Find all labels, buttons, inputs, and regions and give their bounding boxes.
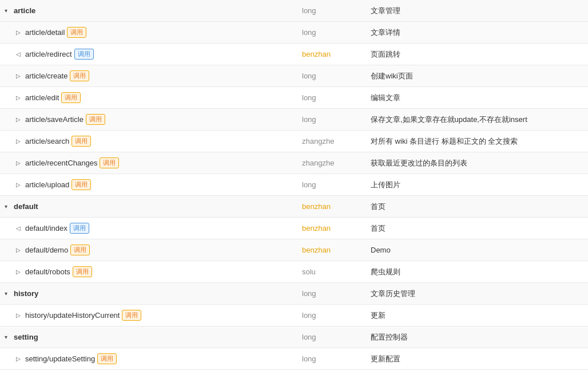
table-row[interactable]: ▷history/updateHistoryCurrent调用long更新: [0, 305, 588, 326]
route-type: long: [302, 6, 371, 15]
route-name: default/demo: [25, 246, 68, 254]
route-type: benzhan: [302, 246, 371, 254]
route-type: solu: [302, 267, 371, 276]
route-desc: 文章管理: [371, 6, 583, 16]
badge[interactable]: 调用: [67, 27, 86, 38]
badge[interactable]: 调用: [74, 49, 94, 60]
route-desc: 首页: [371, 223, 583, 234]
route-table: ▾articlelong文章管理▷article/detail调用long文章详…: [0, 0, 588, 370]
toggle-icon[interactable]: ▷: [16, 94, 23, 101]
toggle-icon[interactable]: ▷: [16, 116, 23, 123]
toggle-icon[interactable]: ▷: [16, 73, 23, 79]
route-type: long: [302, 311, 371, 320]
route-name: article: [14, 6, 35, 15]
toggle-icon[interactable]: ▾: [5, 203, 11, 210]
table-row[interactable]: ▷article/detail调用long文章详情: [0, 22, 588, 44]
badge[interactable]: 调用: [61, 92, 81, 103]
route-name: article/detail: [25, 28, 65, 37]
table-row[interactable]: ◁article/redirect调用benzhan页面跳转: [0, 44, 588, 65]
toggle-icon[interactable]: ▷: [16, 182, 23, 188]
badge[interactable]: 调用: [97, 353, 117, 364]
route-desc: 编辑文章: [371, 93, 583, 103]
table-row[interactable]: ▾articlelong文章管理: [0, 0, 588, 22]
route-name: article/edit: [25, 93, 59, 102]
route-type: long: [302, 115, 371, 124]
badge[interactable]: 调用: [70, 245, 90, 255]
toggle-icon[interactable]: ▷: [16, 29, 23, 36]
table-row[interactable]: ▾historylong文章历史管理: [0, 283, 588, 305]
badge[interactable]: 调用: [70, 70, 89, 81]
table-row[interactable]: ▷article/create调用long创建wiki页面: [0, 65, 588, 87]
toggle-icon[interactable]: ▷: [16, 269, 23, 275]
route-name: article/create: [25, 72, 67, 80]
toggle-icon[interactable]: ▾: [5, 290, 11, 297]
route-desc: 页面跳转: [371, 49, 583, 60]
route-type: benzhan: [302, 202, 371, 211]
badge[interactable]: 调用: [71, 179, 91, 190]
route-type: long: [302, 93, 371, 102]
toggle-icon[interactable]: ▾: [5, 7, 11, 14]
route-type: zhangzhe: [302, 137, 371, 145]
route-name: setting/updateSetting: [25, 354, 95, 363]
route-desc: 获取最近更改过的条目的列表: [371, 158, 583, 168]
route-desc: 创建wiki页面: [371, 71, 583, 81]
toggle-icon[interactable]: ▾: [5, 334, 11, 340]
route-type: long: [302, 289, 371, 298]
route-type: long: [302, 72, 371, 80]
badge[interactable]: 调用: [73, 266, 92, 277]
route-name: default/index: [25, 224, 67, 233]
table-row[interactable]: ▷article/edit调用long编辑文章: [0, 87, 588, 109]
route-desc: 文章历史管理: [371, 289, 583, 299]
toggle-icon[interactable]: ▷: [16, 312, 23, 318]
table-row[interactable]: ▷article/search调用zhangzhe对所有 wiki 条目进行 标…: [0, 131, 588, 152]
toggle-icon[interactable]: ◁: [16, 51, 23, 57]
badge[interactable]: 调用: [100, 157, 119, 168]
route-type: long: [302, 28, 371, 37]
route-desc: Demo: [371, 246, 583, 254]
route-type: long: [302, 180, 371, 189]
route-desc: 保存文章,如果文章存在就update,不存在就insert: [371, 115, 583, 125]
route-name: setting: [14, 333, 38, 341]
route-name: article/recentChanges: [25, 159, 97, 167]
badge[interactable]: 调用: [86, 114, 105, 125]
route-type: benzhan: [302, 50, 371, 58]
badge[interactable]: 调用: [71, 136, 91, 147]
route-desc: 对所有 wiki 条目进行 标题和正文的 全文搜索: [371, 136, 583, 147]
table-row[interactable]: ▾defaultbenzhan首页: [0, 196, 588, 218]
route-name: history/updateHistoryCurrent: [25, 311, 120, 320]
table-row[interactable]: ◁default/index调用benzhan首页: [0, 218, 588, 239]
badge[interactable]: 调用: [122, 310, 141, 321]
table-row[interactable]: ▷article/upload调用long上传图片: [0, 174, 588, 196]
table-row[interactable]: ▾settinglong配置控制器: [0, 326, 588, 348]
route-desc: 上传图片: [371, 180, 583, 190]
route-desc: 爬虫规则: [371, 267, 583, 277]
route-name: default: [14, 202, 38, 211]
route-type: benzhan: [302, 224, 371, 233]
route-name: article/upload: [25, 180, 69, 189]
route-type: long: [302, 354, 371, 363]
route-name: article/search: [25, 137, 69, 145]
route-desc: 配置控制器: [371, 332, 583, 342]
route-desc: 更新: [371, 310, 583, 321]
table-row[interactable]: ▷article/recentChanges调用zhangzhe获取最近更改过的…: [0, 152, 588, 174]
route-name: article/saveArticle: [25, 115, 84, 124]
toggle-icon[interactable]: ◁: [16, 225, 23, 231]
toggle-icon[interactable]: ▷: [16, 247, 23, 253]
badge[interactable]: 调用: [70, 223, 89, 234]
route-name: history: [14, 289, 38, 298]
route-desc: 文章详情: [371, 27, 583, 38]
route-desc: 首页: [371, 202, 583, 212]
table-row[interactable]: ▷setting/updateSetting调用long更新配置: [0, 348, 588, 370]
table-row[interactable]: ▷article/saveArticle调用long保存文章,如果文章存在就up…: [0, 109, 588, 131]
toggle-icon[interactable]: ▷: [16, 356, 23, 362]
table-row[interactable]: ▷default/demo调用benzhanDemo: [0, 239, 588, 261]
route-type: zhangzhe: [302, 159, 371, 167]
toggle-icon[interactable]: ▷: [16, 138, 23, 144]
route-name: default/robots: [25, 267, 70, 276]
table-row[interactable]: ▷default/robots调用solu爬虫规则: [0, 261, 588, 283]
route-desc: 更新配置: [371, 354, 583, 364]
route-name: article/redirect: [25, 50, 72, 58]
route-type: long: [302, 333, 371, 341]
toggle-icon[interactable]: ▷: [16, 160, 23, 166]
